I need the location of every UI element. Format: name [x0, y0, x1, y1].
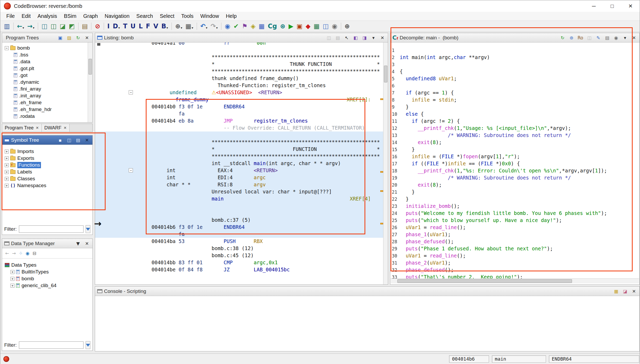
listing-row[interactable]: bomb.c:45 (12) — [95, 252, 388, 259]
listing-row[interactable]: * THUNK FUNCTION * — [95, 61, 388, 68]
program-tree-item[interactable]: .data — [5, 58, 91, 65]
listing-scrollbar[interactable] — [383, 43, 388, 284]
sync-icon[interactable]: ◉ — [24, 250, 31, 257]
menu-file[interactable]: File — [3, 13, 18, 19]
copy-special-icon[interactable]: ◫ — [41, 22, 48, 30]
decompile-line[interactable]: 8 infile = stdin; — [390, 96, 639, 103]
listing-row[interactable]: frame_dummy XREF[2]: — [95, 96, 388, 103]
open-folder-icon[interactable]: ▨ — [66, 34, 72, 41]
tree-expand-toggle[interactable]: + — [5, 163, 9, 167]
symbol-tree-item-functions[interactable]: +fFunctions — [5, 162, 91, 168]
listing-row[interactable]: − undefined ⚠<UNASSIGNED> <RETURN> — [95, 89, 388, 96]
decompile-line[interactable]: 6 — [390, 82, 639, 89]
arrangement-icon[interactable]: ⁘ — [17, 250, 24, 257]
listing-row[interactable]: ****************************************… — [95, 54, 388, 61]
bookmark-icon[interactable]: ⚑ — [241, 22, 248, 30]
apply-int-icon[interactable]: I — [107, 22, 111, 30]
decompile-line[interactable]: 11 if (argc != 2) { — [390, 118, 639, 125]
decompile-line[interactable]: 25 puts("which to blow yourself up. Have… — [390, 217, 639, 224]
tree-expand-toggle[interactable]: + — [11, 270, 14, 274]
paste-icon[interactable]: ▤ — [334, 34, 341, 41]
camera-icon[interactable]: ◉ — [613, 34, 620, 41]
tree-collapse-toggle[interactable]: − — [5, 46, 9, 50]
decompile-line[interactable]: 29 puts("Phase 1 defused. How about the … — [390, 245, 639, 252]
listing-row[interactable]: bomb.c:38 (12) — [95, 245, 388, 252]
tree-expand-toggle[interactable]: + — [5, 170, 9, 174]
tab-close-icon[interactable]: ✕ — [64, 126, 67, 130]
listing-row[interactable] — [95, 209, 388, 217]
program-tree-item[interactable]: .eh_frame — [5, 99, 91, 106]
listing-row[interactable] — [95, 46, 388, 54]
decompile-line[interactable]: 9 } — [390, 103, 639, 110]
structure-icon[interactable]: ▦▾ — [185, 22, 194, 30]
decompile-line[interactable]: 2int main(int argc,char **argv) — [390, 54, 639, 61]
decompile-line[interactable]: 19 /* WARNING: Subroutine does not retur… — [390, 174, 639, 181]
apply-long-icon[interactable]: L — [138, 22, 143, 30]
clear-console-icon[interactable]: ◪ — [622, 288, 628, 295]
print-icon[interactable]: ▤ — [75, 137, 81, 144]
redo-icon[interactable]: ↷▾ — [210, 22, 218, 30]
printer-icon[interactable]: ▤ — [604, 34, 611, 41]
validate-icon[interactable]: ✔ — [233, 22, 240, 30]
menu-select[interactable]: Select — [156, 13, 178, 19]
symbol-tree-item-exports[interactable]: +Exports — [5, 155, 91, 162]
duplicate-icon[interactable]: ◫ — [50, 22, 58, 30]
save-icon[interactable]: ▥ — [3, 22, 11, 30]
close-icon[interactable]: ✕ — [631, 34, 637, 41]
fold-toggle-icon[interactable]: − — [129, 168, 133, 172]
listing-row[interactable]: * FUNCTION * — [95, 146, 388, 153]
symbol-tree-item-namespaces[interactable]: +()Namespaces — [5, 182, 91, 189]
decompile-line[interactable]: 4{ — [390, 68, 639, 75]
tree-expand-toggle[interactable]: + — [11, 284, 14, 288]
decompile-line[interactable]: 24 puts("Welcome to my fiendish little b… — [390, 210, 639, 217]
listing-row[interactable]: int EDI:4 argc — [95, 174, 388, 181]
marker-tick[interactable] — [380, 171, 383, 173]
listing-row[interactable]: 004014b0 f3 0f 1e ENDBR64 — [95, 103, 388, 110]
listing-row[interactable]: ****************************************… — [95, 68, 388, 75]
decompile-line[interactable]: 16 infile = (FILE *)fopen(argv[1],"r"); — [390, 153, 639, 160]
close-icon[interactable]: ✕ — [379, 34, 386, 41]
decompile-line[interactable]: 12 __printf_chk(1,"Usage: %s [<input_fil… — [390, 125, 639, 132]
listing-row[interactable]: Thunked-Function: register_tm_clones — [95, 82, 388, 89]
fold-toggle-icon[interactable]: − — [129, 90, 133, 94]
export-icon[interactable]: ✎ — [595, 34, 602, 41]
back-icon[interactable]: ←▾ — [16, 22, 25, 30]
decompile-line[interactable]: 23 initialize_bomb(); — [390, 203, 639, 210]
menu-bsim[interactable]: BSim — [60, 13, 80, 19]
clear-code-icon[interactable]: ⊘ — [94, 22, 101, 30]
close-icon[interactable]: ✕ — [631, 288, 637, 295]
tab-program-tree[interactable]: Program Tree✕ — [2, 124, 42, 132]
scroll-lock-icon[interactable]: ▦ — [613, 288, 620, 295]
pin-icon[interactable]: ▪ — [57, 137, 64, 144]
apply-void-icon[interactable]: V — [153, 22, 159, 30]
tree-expand-toggle[interactable]: + — [5, 156, 9, 160]
clang-icon[interactable]: Cg — [267, 22, 278, 30]
marker-tick[interactable] — [380, 190, 383, 192]
listing-row[interactable]: 004014a1 00 ?? 00h — [95, 43, 388, 46]
apply-float-icon[interactable]: F — [145, 22, 151, 30]
decompile-line[interactable]: 22 } — [390, 196, 639, 203]
chevron-down-icon[interactable]: ▼ — [75, 240, 81, 247]
listing-row[interactable]: fa — [95, 110, 388, 117]
menu-help[interactable]: Help — [222, 13, 240, 19]
ro-icon[interactable]: Ro — [577, 34, 584, 41]
listing-row[interactable]: bomb.c:37 (5) — [95, 217, 388, 224]
function-graph-icon[interactable]: ⊛ — [279, 22, 286, 30]
minimize-button[interactable]: ─ — [585, 0, 603, 12]
margin-menu-icon[interactable]: ▾ — [370, 34, 377, 41]
maximize-button[interactable]: □ — [603, 0, 621, 12]
run-script-icon[interactable]: ▶ — [288, 22, 294, 30]
marker-tick[interactable] — [380, 223, 383, 224]
decompile-line[interactable]: 26 uVar1 = read_line(); — [390, 224, 639, 231]
dtm-filter-input[interactable] — [19, 341, 84, 349]
decompile-view[interactable]: 12int main(int argc,char **argv)34{5 und… — [390, 43, 639, 284]
zoom-in-icon[interactable]: ⊕ — [344, 22, 351, 30]
listing-row[interactable]: 004014be 0f 84 f8 JZ LAB_004015bc — [95, 266, 388, 273]
cursor-arrow-icon[interactable]: ↖ — [343, 34, 350, 41]
dtm-item-generic_clib_64[interactable]: +generic_clib_64 — [5, 282, 91, 289]
program-tree-item[interactable]: .rodata — [5, 113, 91, 120]
program-tree-item[interactable]: .bss — [5, 51, 91, 58]
decompile-line[interactable]: 13 /* WARNING: Subroutine does not retur… — [390, 132, 639, 139]
decompile-line[interactable]: 30 uVar1 = read_line(); — [390, 252, 639, 259]
forward-icon[interactable]: →▾ — [27, 22, 35, 30]
